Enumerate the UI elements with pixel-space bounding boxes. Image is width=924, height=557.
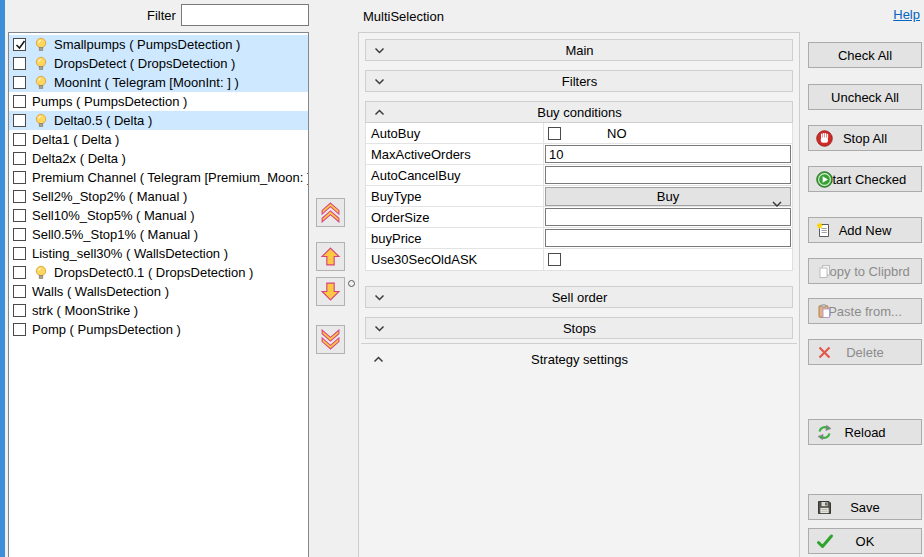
strategy-list-item[interactable]: Walls ( WallsDetection ) (9, 282, 308, 301)
ordersize-input[interactable] (545, 208, 791, 226)
buytype-value: Buy (657, 189, 679, 204)
move-up-button[interactable] (316, 242, 345, 271)
section-sell-order[interactable]: Sell order (365, 286, 793, 308)
chevron-up-icon (374, 109, 385, 116)
section-filters[interactable]: Filters (365, 70, 793, 92)
strategy-checkbox[interactable] (13, 190, 26, 203)
field-row-autocancelbuy: AutoCancelBuy (366, 165, 792, 186)
strategy-checkbox[interactable] (13, 285, 26, 298)
strategy-list-item[interactable]: DropsDetect ( DropsDetection ) (9, 54, 308, 73)
strategy-checkbox[interactable] (13, 266, 26, 279)
strategy-label: Pomp ( PumpsDetection ) (32, 322, 181, 337)
double-down-arrow-icon (320, 329, 341, 350)
strategy-checkbox[interactable] (13, 323, 26, 336)
strategy-label: Sell10%_Stop5% ( Manual ) (32, 208, 195, 223)
strategy-checkbox[interactable] (13, 114, 26, 127)
save-button[interactable]: Save (808, 494, 922, 520)
section-strategy-settings[interactable]: Strategy settings (365, 348, 793, 370)
strategy-list-item[interactable]: Sell2%_Stop2% ( Manual ) (9, 187, 308, 206)
strategy-list-item[interactable]: DropsDetect0.1 ( DropsDetection ) (9, 263, 308, 282)
strategy-list-item[interactable]: Pomp ( PumpsDetection ) (9, 320, 308, 339)
maxactiveorders-input[interactable] (545, 145, 791, 163)
autobuy-checkbox[interactable] (548, 127, 561, 140)
strategy-list-item[interactable]: Delta0.5 ( Delta ) (9, 111, 308, 130)
strategy-list-item[interactable]: Listing_sell30% ( WallsDetection ) (9, 244, 308, 263)
strategy-checkbox[interactable] (13, 228, 26, 241)
strategy-checkbox[interactable] (13, 95, 26, 108)
window-accent-edge (0, 0, 5, 557)
strategy-label: Pumps ( PumpsDetection ) (32, 94, 187, 109)
strategy-list-item[interactable]: strk ( MoonStrike ) (9, 301, 308, 320)
stop-hand-icon (816, 130, 833, 147)
reload-button[interactable]: Reload (808, 419, 922, 445)
strategy-checkbox[interactable] (13, 152, 26, 165)
uncheck-all-button[interactable]: Uncheck All (808, 84, 922, 110)
bulb-icon (34, 265, 48, 280)
ok-button[interactable]: OK (808, 528, 922, 554)
strategy-list[interactable]: Smallpumps ( PumpsDetection ) DropsDetec… (8, 32, 309, 557)
chevron-down-icon (374, 47, 385, 54)
double-up-arrow-icon (320, 202, 341, 223)
strategy-list-item[interactable]: Delta2x ( Delta ) (9, 149, 308, 168)
green-check-icon (816, 533, 834, 550)
move-bottom-button[interactable] (316, 325, 345, 354)
field-label: buyPrice (366, 228, 544, 248)
copy-pages-icon (816, 263, 833, 280)
section-main[interactable]: Main (365, 39, 793, 61)
strategy-checkbox[interactable] (13, 171, 26, 184)
checkmark-icon (14, 38, 27, 51)
filter-input[interactable] (181, 4, 309, 26)
section-divider (361, 343, 797, 344)
chevron-down-icon (374, 78, 385, 85)
strategy-list-item[interactable]: Pumps ( PumpsDetection ) (9, 92, 308, 111)
help-link[interactable]: Help (893, 7, 920, 22)
stop-all-button[interactable]: Stop All (808, 125, 922, 151)
strategy-checkbox[interactable] (13, 209, 26, 222)
move-top-button[interactable] (316, 198, 345, 227)
strategy-label: DropsDetect0.1 ( DropsDetection ) (54, 265, 253, 280)
strategy-label: Delta2x ( Delta ) (32, 151, 126, 166)
buyprice-input[interactable] (545, 229, 791, 247)
section-stops[interactable]: Stops (365, 317, 793, 339)
autocancelbuy-input[interactable] (545, 166, 791, 184)
paste-from-button[interactable]: Paste from... (808, 298, 922, 324)
down-arrow-icon (320, 281, 341, 302)
strategy-checkbox[interactable] (13, 76, 26, 89)
copy-to-clipboard-button[interactable]: Copy to Clipbrd (808, 258, 922, 284)
strategy-label: Delta1 ( Delta ) (32, 132, 119, 147)
add-new-button[interactable]: Add New (808, 217, 922, 243)
splitter-grip[interactable] (348, 280, 355, 287)
strategy-checkbox[interactable] (13, 247, 26, 260)
buytype-dropdown[interactable]: Buy (545, 187, 791, 206)
field-row-ordersize: OrderSize (366, 207, 792, 228)
strategy-list-item[interactable]: MoonInt ( Telegram [MoonInt: ] ) (9, 73, 308, 92)
new-document-icon (816, 222, 833, 239)
start-checked-button[interactable]: Start Checked (808, 166, 922, 192)
strategy-checkbox[interactable] (13, 304, 26, 317)
strategy-list-item[interactable]: Delta1 ( Delta ) (9, 130, 308, 149)
strategy-checkbox[interactable] (13, 133, 26, 146)
move-down-button[interactable] (316, 277, 345, 306)
check-all-button[interactable]: Check All (808, 42, 922, 68)
section-buy-conditions[interactable]: Buy conditions (365, 101, 793, 123)
paste-clipboard-icon (816, 303, 833, 320)
strategy-label: strk ( MoonStrike ) (32, 303, 138, 318)
strategy-checkbox[interactable] (13, 57, 26, 70)
strategy-list-item[interactable]: Smallpumps ( PumpsDetection ) (9, 35, 308, 54)
field-label: AutoCancelBuy (366, 165, 544, 185)
use30secoldask-checkbox[interactable] (548, 253, 561, 266)
delete-button[interactable]: Delete (808, 339, 922, 365)
field-label: Use30SecOldASK (366, 249, 544, 270)
strategy-list-item[interactable]: Sell10%_Stop5% ( Manual ) (9, 206, 308, 225)
strategy-list-item[interactable]: Premium Channel ( Telegram [Premium_Moon… (9, 168, 308, 187)
field-row-maxactiveorders: MaxActiveOrders (366, 144, 792, 165)
strategy-list-item[interactable]: Sell0.5%_Stop1% ( Manual ) (9, 225, 308, 244)
start-play-icon (816, 171, 833, 188)
chevron-down-icon (374, 294, 385, 301)
bulb-icon (34, 56, 48, 71)
chevron-up-icon (373, 356, 384, 363)
strategy-label: DropsDetect ( DropsDetection ) (54, 56, 235, 71)
strategy-checkbox[interactable] (13, 38, 26, 51)
strategy-label: Delta0.5 ( Delta ) (54, 113, 152, 128)
section-main-label: Main (385, 43, 774, 58)
